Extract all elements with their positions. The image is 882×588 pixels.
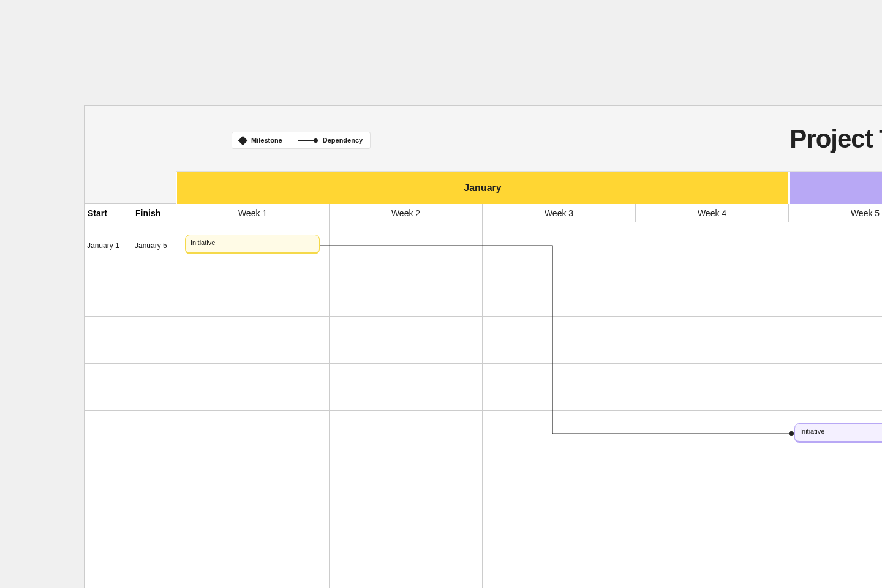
cell-start[interactable] [85, 364, 132, 410]
cell-start[interactable] [85, 411, 132, 458]
cell-week[interactable] [483, 552, 636, 588]
col-header-week3: Week 3 [483, 204, 636, 222]
cell-week[interactable] [330, 364, 483, 410]
cell-week[interactable] [330, 505, 483, 552]
cell-week[interactable] [483, 505, 636, 552]
cell-start[interactable] [85, 458, 132, 505]
dependency-icon [298, 138, 318, 143]
cell-week[interactable] [788, 458, 882, 505]
legend-milestone: Milestone [232, 132, 290, 148]
cell-week[interactable] [330, 270, 483, 316]
data-rows: January 1 January 5 Initiative [85, 222, 882, 588]
cell-week[interactable] [788, 364, 882, 410]
cell-week[interactable] [176, 364, 330, 410]
col-header-finish: Finish [132, 204, 176, 222]
cell-week[interactable] [330, 411, 483, 458]
col-header-start: Start [85, 204, 132, 222]
cell-week[interactable] [635, 317, 788, 363]
legend-milestone-label: Milestone [251, 137, 282, 144]
cell-week[interactable] [635, 505, 788, 552]
cell-week[interactable] [176, 552, 330, 588]
task-bar-initiative-2[interactable]: Initiative [794, 423, 882, 443]
dependency-end-dot [789, 431, 794, 436]
month-header-row: January [177, 172, 882, 204]
table-row[interactable] [85, 458, 882, 505]
table-row[interactable] [85, 505, 882, 552]
cell-week[interactable] [788, 505, 882, 552]
column-headers: Start Finish Week 1 Week 2 Week 3 Week 4… [85, 204, 882, 222]
month-header-february [790, 172, 882, 204]
cell-start[interactable] [85, 552, 132, 588]
cell-finish[interactable] [132, 458, 176, 505]
cell-week[interactable] [788, 552, 882, 588]
cell-finish[interactable] [132, 317, 176, 363]
legend: Milestone Dependency [232, 132, 371, 149]
table-row[interactable] [85, 270, 882, 317]
cell-week[interactable] [176, 505, 330, 552]
table-row[interactable] [85, 317, 882, 364]
cell-week[interactable] [483, 458, 636, 505]
cell-week[interactable] [635, 411, 788, 458]
cell-week[interactable] [788, 317, 882, 363]
col-header-week2: Week 2 [330, 204, 483, 222]
cell-week[interactable] [635, 364, 788, 410]
table-row[interactable]: Initiative [85, 411, 882, 458]
cell-finish[interactable]: January 5 [132, 222, 176, 269]
cell-start[interactable] [85, 317, 132, 363]
cell-week[interactable] [788, 270, 882, 316]
month-header-january: January [177, 172, 790, 204]
cell-week[interactable] [635, 222, 788, 269]
cell-finish[interactable] [132, 552, 176, 588]
col-header-week4: Week 4 [636, 204, 789, 222]
cell-week[interactable] [176, 270, 330, 316]
task-bar-initiative-1[interactable]: Initiative [185, 235, 320, 254]
cell-week[interactable] [483, 222, 636, 269]
page-title: Project Timeline [790, 124, 882, 154]
col-header-week1: Week 1 [176, 204, 330, 222]
cell-week[interactable] [483, 270, 636, 316]
cell-finish[interactable] [132, 270, 176, 316]
cell-week[interactable] [483, 364, 636, 410]
header-band: Milestone Dependency Project Timeline [85, 106, 882, 172]
cell-start[interactable] [85, 505, 132, 552]
table-row[interactable]: January 1 January 5 Initiative [85, 222, 882, 270]
cell-finish[interactable] [132, 411, 176, 458]
legend-dependency-label: Dependency [323, 137, 363, 144]
col-header-week5: Week 5 [789, 204, 882, 222]
cell-week[interactable] [635, 552, 788, 588]
cell-week[interactable] [176, 411, 330, 458]
cell-week[interactable] [635, 458, 788, 505]
cell-week[interactable] [330, 552, 483, 588]
milestone-icon [238, 135, 248, 145]
table-row[interactable] [85, 364, 882, 411]
cell-finish[interactable] [132, 505, 176, 552]
legend-dependency: Dependency [290, 132, 370, 148]
cell-week[interactable] [635, 270, 788, 316]
cell-week[interactable] [483, 411, 636, 458]
cell-finish[interactable] [132, 364, 176, 410]
left-corner-block [85, 106, 176, 204]
cell-week[interactable] [330, 222, 483, 269]
gantt-canvas: Milestone Dependency Project Timeline Ja… [84, 105, 882, 588]
cell-week[interactable] [788, 222, 882, 269]
cell-week[interactable] [176, 458, 330, 505]
cell-week[interactable] [483, 317, 636, 363]
cell-week[interactable] [330, 458, 483, 505]
cell-week[interactable] [330, 317, 483, 363]
cell-week[interactable] [176, 317, 330, 363]
table-row[interactable] [85, 552, 882, 588]
cell-start[interactable] [85, 270, 132, 316]
cell-start[interactable]: January 1 [85, 222, 132, 269]
